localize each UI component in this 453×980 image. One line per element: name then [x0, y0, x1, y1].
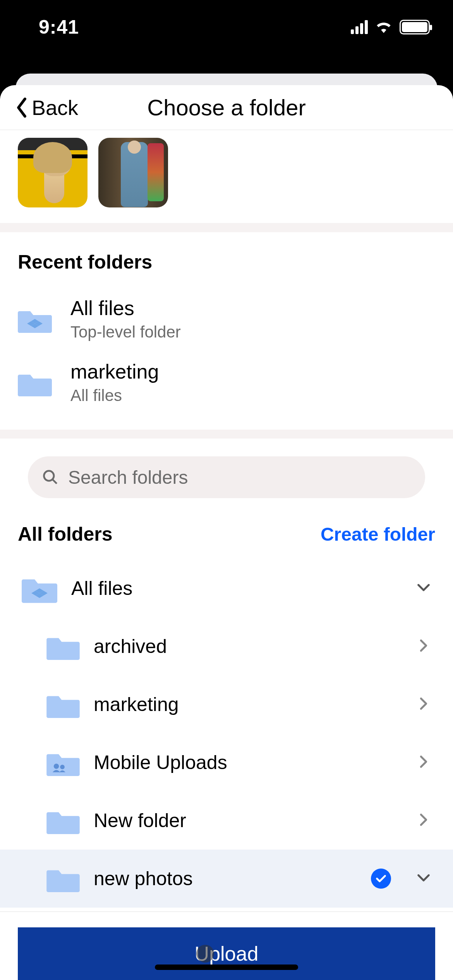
folder-row-marketing[interactable]: marketing [0, 675, 453, 733]
shared-folder-icon [46, 749, 80, 776]
chevron-down-icon [416, 870, 431, 887]
all-folders-heading: All folders [18, 523, 112, 545]
chevron-left-icon [14, 97, 29, 118]
svg-line-5 [53, 480, 57, 484]
status-time: 9:41 [39, 16, 79, 38]
all-folders-header: All folders Create folder [0, 512, 453, 559]
cellular-signal-icon [351, 20, 368, 34]
folder-label: archived [94, 635, 402, 658]
back-label: Back [32, 96, 78, 120]
recent-folder-all-files[interactable]: All files Top-level folder [18, 287, 435, 351]
folder-row-new-photos[interactable]: new photos [0, 850, 453, 908]
thumbnail[interactable] [98, 138, 168, 207]
sheet-header: Back Choose a folder [0, 85, 453, 130]
recent-folder-name: All files [70, 296, 181, 320]
status-icons [351, 19, 430, 35]
recent-folder-sub: Top-level folder [70, 323, 181, 341]
touch-indicator-icon [196, 945, 214, 963]
svg-point-10 [54, 764, 59, 769]
folder-icon [46, 865, 80, 892]
dropbox-folder-icon [18, 305, 52, 333]
selected-items-preview [0, 130, 453, 223]
folder-label: New folder [94, 809, 402, 832]
folder-icon [18, 368, 52, 396]
search-container [0, 439, 453, 512]
chevron-right-icon [416, 812, 431, 829]
recent-folders-list: All files Top-level folder marketing All… [0, 287, 453, 430]
folder-tree: All files archived marketing Mobile Uplo… [0, 559, 453, 911]
search-icon [42, 469, 59, 486]
thumbnail[interactable] [18, 138, 88, 207]
dropbox-folder-icon [22, 574, 57, 603]
folder-label: marketing [94, 693, 402, 716]
battery-icon [400, 20, 430, 34]
folder-icon [46, 691, 80, 718]
folder-picker-sheet: Back Choose a folder Recent folders [0, 85, 453, 980]
section-divider [0, 430, 453, 439]
wifi-icon [375, 19, 393, 35]
selected-check-icon [371, 869, 391, 889]
recent-folder-sub: All files [70, 386, 159, 405]
recent-folder-name: marketing [70, 360, 159, 383]
folder-label: Mobile Uploads [94, 751, 402, 774]
svg-point-4 [44, 471, 54, 481]
folder-label: All files [71, 577, 402, 600]
folder-row-new-folder[interactable]: New folder [0, 792, 453, 850]
section-divider [0, 223, 453, 232]
recent-folder-marketing[interactable]: marketing All files [18, 351, 435, 414]
upload-button[interactable]: Upload [18, 927, 435, 980]
phone-frame: 9:41 Back Choose a folder [0, 0, 453, 980]
home-indicator[interactable] [155, 965, 298, 970]
svg-point-11 [60, 765, 65, 769]
folder-row-root[interactable]: All files [0, 559, 453, 617]
chevron-right-icon [416, 696, 431, 713]
sheet-title: Choose a folder [147, 94, 305, 120]
folder-row-mobile-uploads[interactable]: Mobile Uploads [0, 733, 453, 792]
folder-row-archived[interactable]: archived [0, 617, 453, 675]
folder-icon [46, 807, 80, 834]
chevron-right-icon [416, 754, 431, 771]
recent-heading: Recent folders [0, 232, 453, 287]
create-folder-link[interactable]: Create folder [321, 524, 435, 545]
folder-icon [46, 633, 80, 660]
back-button[interactable]: Back [14, 96, 78, 120]
chevron-down-icon [416, 580, 431, 597]
status-bar: 9:41 [0, 0, 453, 54]
folder-label: new photos [94, 867, 357, 890]
search-bar[interactable] [28, 456, 425, 498]
search-input[interactable] [68, 467, 411, 488]
chevron-right-icon [416, 638, 431, 655]
